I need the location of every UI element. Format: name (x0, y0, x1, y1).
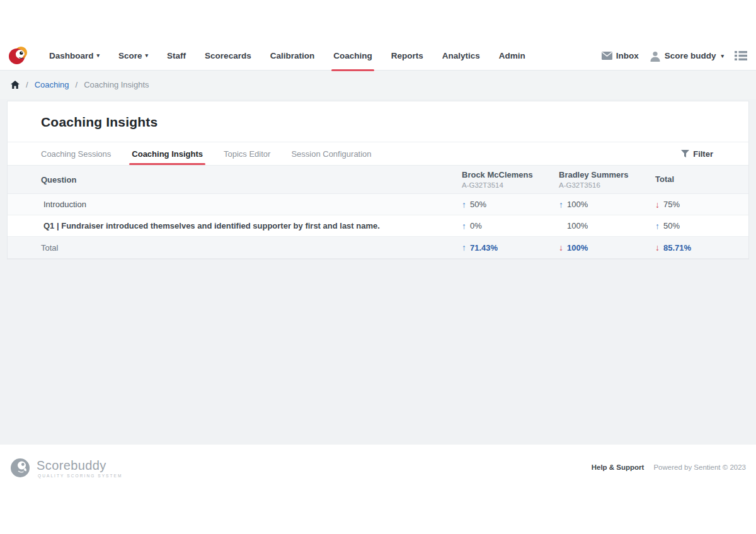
scorebuddy-parrot-logo[interactable] (9, 46, 28, 65)
top-navbar: Dashboard▾ Score▾ Staff Scorecards Calib… (0, 42, 756, 71)
question-cell: Introduction (8, 200, 462, 209)
tab-session-configuration[interactable]: Session Configuration (291, 142, 371, 165)
table-row: Q1 | Fundraiser introduced themselves an… (8, 215, 748, 237)
nav-item-score[interactable]: Score▾ (118, 42, 148, 71)
envelope-icon (602, 52, 612, 60)
nav-item-analytics[interactable]: Analytics (442, 42, 480, 71)
score-cell: 75% (655, 200, 748, 209)
breadcrumb-separator: / (76, 80, 78, 89)
table-row: Introduction 50% 100% 75% (8, 194, 748, 215)
column-header-agent-2: Bradley Summers A-G32T3516 (559, 170, 655, 188)
nav-item-calibration[interactable]: Calibration (270, 42, 315, 71)
app-list-icon[interactable] (735, 51, 747, 60)
footer-brand-name: Scorebuddy (37, 458, 123, 473)
filter-button[interactable]: Filter (681, 142, 713, 165)
question-column-header: Question (8, 175, 462, 185)
score-cell: 50% (462, 200, 559, 209)
breadcrumb-separator: / (26, 80, 28, 89)
nav-label: Dashboard (49, 51, 94, 60)
chevron-down-icon: ▾ (97, 53, 100, 59)
funnel-icon (681, 150, 689, 157)
total-row-label: Total (8, 243, 462, 253)
navbar-right-tools: Inbox Score buddy ▾ (602, 50, 747, 62)
score-value: 75% (663, 200, 680, 209)
trend-down-icon (655, 243, 660, 252)
footer-brand-text: Scorebuddy QUALITY SCORING SYSTEM (37, 458, 123, 478)
no-trend-spacer (559, 222, 563, 230)
score-cell: 100% (559, 200, 655, 209)
tab-bar: Coaching Sessions Coaching Insights Topi… (8, 142, 748, 165)
question-cell: Q1 | Fundraiser introduced themselves an… (8, 221, 462, 230)
inbox-button[interactable]: Inbox (602, 51, 639, 60)
trend-up-icon (462, 222, 466, 230)
user-name-label: Score buddy (665, 51, 716, 60)
nav-label: Staff (167, 51, 186, 60)
column-header-agent-1: Brock McClemens A-G32T3514 (462, 170, 559, 188)
trend-down-icon (559, 243, 563, 252)
score-value: 0% (470, 221, 482, 230)
score-value: 50% (663, 221, 680, 230)
tab-coaching-sessions[interactable]: Coaching Sessions (41, 142, 111, 165)
total-score-cell: 71.43% (462, 243, 559, 253)
score-value: 100% (567, 221, 588, 230)
agent-name: Bradley Summers (559, 170, 655, 180)
total-score-value: 85.71% (663, 243, 691, 253)
tab-label: Session Configuration (291, 149, 371, 159)
score-cell: 50% (655, 221, 748, 230)
user-menu[interactable]: Score buddy ▾ (650, 50, 724, 62)
nav-label: Score (118, 51, 142, 60)
nav-label: Reports (391, 51, 423, 60)
page-title: Coaching Insights (41, 115, 748, 130)
total-column-label: Total (655, 174, 748, 185)
content-area: Coaching Insights Coaching Sessions Coac… (0, 99, 756, 445)
home-icon[interactable] (11, 81, 20, 89)
chevron-down-icon: ▾ (146, 53, 149, 59)
total-score-value: 71.43% (470, 243, 498, 253)
score-cell: 0% (462, 221, 559, 230)
filter-label: Filter (693, 149, 713, 159)
agent-id: A-G32T3514 (462, 181, 559, 189)
total-score-cell: 100% (559, 243, 655, 253)
trend-up-icon (462, 200, 466, 209)
footer-brand-tagline: QUALITY SCORING SYSTEM (37, 474, 123, 478)
top-whitespace (0, 0, 756, 42)
nav-label: Coaching (333, 51, 372, 60)
nav-label: Calibration (270, 51, 315, 60)
tab-topics-editor[interactable]: Topics Editor (224, 142, 270, 165)
chevron-down-icon: ▾ (721, 53, 724, 59)
breadcrumb-current: Coaching Insights (84, 80, 149, 89)
total-score-cell: 85.71% (655, 243, 748, 253)
nav-item-dashboard[interactable]: Dashboard▾ (49, 42, 100, 71)
table-total-row: Total 71.43% 100% 85.71% (8, 237, 748, 259)
tab-label: Topics Editor (224, 149, 270, 159)
scorebuddy-footer-logo-icon (10, 458, 30, 478)
help-support-link[interactable]: Help & Support (592, 463, 644, 471)
page-footer: Scorebuddy QUALITY SCORING SYSTEM Help &… (0, 445, 756, 534)
coaching-insights-card: Coaching Insights Coaching Sessions Coac… (7, 101, 749, 259)
column-header-total: Total (655, 174, 748, 185)
nav-item-staff[interactable]: Staff (167, 42, 186, 71)
agent-name: Brock McClemens (462, 170, 559, 180)
user-avatar-icon (650, 50, 661, 62)
trend-down-icon (655, 200, 660, 209)
nav-label: Scorecards (205, 51, 251, 60)
total-score-value: 100% (567, 243, 588, 253)
nav-item-coaching[interactable]: Coaching (333, 42, 372, 71)
breadcrumb: / Coaching / Coaching Insights (0, 71, 756, 99)
table-header-row: Question Brock McClemens A-G32T3514 Brad… (8, 165, 748, 194)
nav-item-admin[interactable]: Admin (499, 42, 525, 71)
nav-item-scorecards[interactable]: Scorecards (205, 42, 251, 71)
nav-item-reports[interactable]: Reports (391, 42, 423, 71)
breadcrumb-link-coaching[interactable]: Coaching (35, 80, 69, 89)
score-cell: 100% (559, 221, 655, 230)
main-nav: Dashboard▾ Score▾ Staff Scorecards Calib… (49, 42, 525, 71)
inbox-label: Inbox (616, 51, 639, 60)
agent-id: A-G32T3516 (559, 181, 655, 189)
tab-coaching-insights[interactable]: Coaching Insights (132, 142, 203, 165)
nav-label: Admin (499, 51, 525, 60)
score-value: 50% (470, 200, 486, 209)
trend-up-icon (559, 200, 563, 209)
footer-links: Help & Support Powered by Sentient © 202… (592, 463, 746, 471)
nav-label: Analytics (442, 51, 480, 60)
card-header: Coaching Insights (8, 101, 748, 142)
